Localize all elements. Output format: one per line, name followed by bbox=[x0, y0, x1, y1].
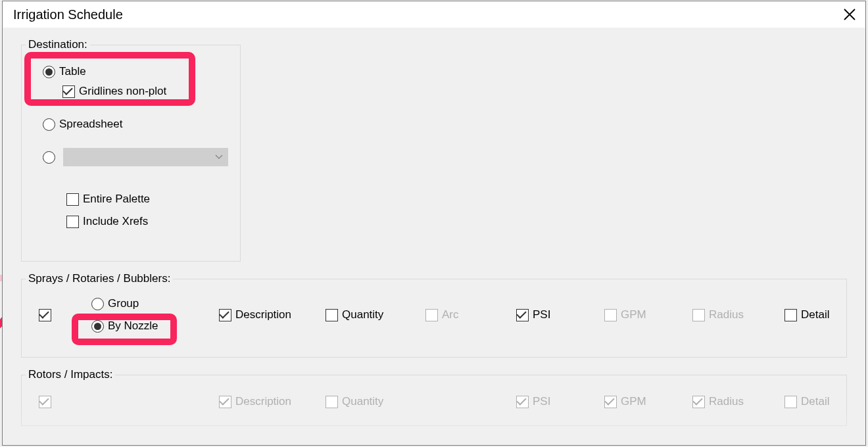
label-r-radius: Radius bbox=[709, 395, 744, 408]
checkbox-icon bbox=[604, 309, 617, 321]
checkbox-icon bbox=[516, 396, 529, 408]
checkbox-r-detail: Detail bbox=[784, 395, 829, 408]
radio-table-label: Table bbox=[59, 65, 86, 78]
label-r-gpm: GPM bbox=[621, 395, 646, 408]
checkbox-arc: Arc bbox=[425, 308, 516, 321]
checkbox-icon bbox=[326, 396, 338, 408]
checkbox-r-gpm: GPM bbox=[604, 395, 692, 408]
checkbox-description[interactable]: Description bbox=[219, 308, 326, 321]
radio-custom[interactable] bbox=[43, 148, 228, 166]
titlebar: Irrigation Schedule bbox=[3, 1, 865, 28]
checkbox-sprays-enable[interactable] bbox=[39, 309, 51, 321]
checkbox-r-description: Description bbox=[219, 395, 326, 408]
checkbox-quantity[interactable]: Quantity bbox=[326, 308, 425, 321]
sprays-group: Sprays / Rotaries / Bubblers: Group By N… bbox=[21, 279, 847, 358]
checkbox-icon bbox=[784, 396, 797, 408]
dialog-title: Irrigation Schedule bbox=[13, 7, 123, 22]
radio-spreadsheet-label: Spreadsheet bbox=[59, 118, 122, 131]
label-r-quantity: Quantity bbox=[342, 395, 383, 408]
close-icon[interactable] bbox=[843, 8, 856, 21]
dialog-window: Irrigation Schedule Destination: Table G… bbox=[2, 1, 866, 446]
checkbox-entire-palette-label: Entire Palette bbox=[83, 193, 150, 206]
checkbox-icon bbox=[66, 216, 79, 228]
checkbox-rotors-enable bbox=[39, 396, 51, 408]
label-r-description: Description bbox=[235, 395, 291, 408]
checkbox-include-xrefs-label: Include Xrefs bbox=[83, 215, 148, 228]
label-r-detail: Detail bbox=[801, 395, 829, 408]
radio-table[interactable]: Table bbox=[43, 65, 228, 78]
radio-icon bbox=[91, 298, 104, 310]
radio-spreadsheet[interactable]: Spreadsheet bbox=[43, 118, 228, 131]
radio-group[interactable]: Group bbox=[91, 297, 219, 310]
checkbox-icon bbox=[692, 309, 705, 321]
radio-icon bbox=[43, 66, 55, 78]
sprays-label: Sprays / Rotaries / Bubblers: bbox=[26, 272, 173, 285]
checkbox-icon bbox=[425, 309, 438, 321]
checkbox-r-psi: PSI bbox=[516, 395, 604, 408]
destination-group: Destination: Table Gridlines non-plot Sp… bbox=[21, 45, 241, 262]
checkbox-include-xrefs[interactable]: Include Xrefs bbox=[66, 215, 228, 228]
checkbox-gridlines-label: Gridlines non-plot bbox=[79, 85, 166, 98]
destination-label: Destination: bbox=[26, 38, 90, 51]
highlight-by-nozzle bbox=[72, 314, 177, 345]
checkbox-icon bbox=[326, 309, 338, 321]
rotors-group: Rotors / Impacts: Description Quantity P… bbox=[21, 375, 847, 426]
checkbox-icon bbox=[62, 85, 75, 98]
checkbox-icon bbox=[784, 309, 797, 321]
checkbox-radius: Radius bbox=[692, 308, 784, 321]
checkbox-r-quantity: Quantity bbox=[326, 395, 516, 408]
destination-dropdown[interactable] bbox=[63, 148, 228, 166]
label-radius: Radius bbox=[709, 308, 744, 321]
radio-group-label: Group bbox=[108, 297, 139, 310]
radio-icon bbox=[43, 151, 55, 164]
checkbox-icon bbox=[516, 309, 529, 321]
checkbox-icon bbox=[692, 396, 705, 408]
checkbox-gridlines[interactable]: Gridlines non-plot bbox=[62, 85, 228, 98]
label-quantity: Quantity bbox=[342, 308, 383, 321]
label-detail: Detail bbox=[801, 308, 829, 321]
checkbox-r-radius: Radius bbox=[692, 395, 784, 408]
label-gpm: GPM bbox=[621, 308, 646, 321]
checkbox-icon bbox=[219, 309, 231, 321]
label-arc: Arc bbox=[442, 308, 459, 321]
chevron-down-icon bbox=[215, 154, 223, 160]
label-psi: PSI bbox=[533, 308, 550, 321]
checkbox-entire-palette[interactable]: Entire Palette bbox=[66, 193, 228, 206]
checkbox-psi[interactable]: PSI bbox=[516, 308, 604, 321]
checkbox-icon bbox=[219, 396, 231, 408]
checkbox-icon bbox=[66, 193, 79, 206]
checkbox-gpm: GPM bbox=[604, 308, 692, 321]
checkbox-detail[interactable]: Detail bbox=[784, 308, 829, 321]
label-description: Description bbox=[235, 308, 291, 321]
rotors-label: Rotors / Impacts: bbox=[26, 368, 115, 381]
radio-icon bbox=[43, 118, 55, 131]
checkbox-icon bbox=[604, 396, 617, 408]
label-r-psi: PSI bbox=[533, 395, 550, 408]
